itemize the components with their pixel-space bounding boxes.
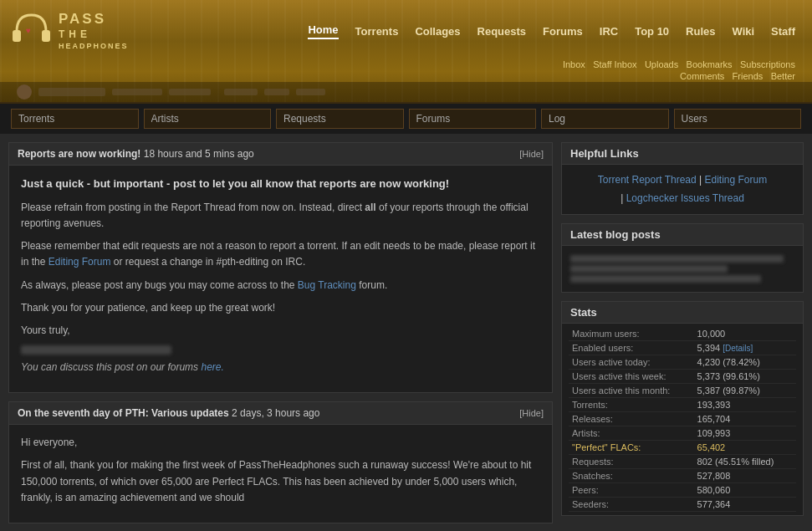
news-title-2: On the seventh day of PTH: Various updat… bbox=[18, 407, 229, 419]
blog-title: Latest blog posts bbox=[562, 224, 803, 246]
stat-active-week: Users active this week: 5,373 (99.61%) bbox=[569, 370, 796, 384]
search-log bbox=[541, 109, 669, 129]
author-blurred bbox=[21, 345, 540, 355]
nav-collages[interactable]: Collages bbox=[415, 25, 460, 38]
helpful-links-box: Helpful Links Torrent Report Thread | Ed… bbox=[561, 142, 804, 215]
search-artists-input[interactable] bbox=[144, 109, 272, 129]
stat-active-today: Users active today: 4,230 (78.42%) bbox=[569, 355, 796, 370]
stats-body: Maximum users: 10,000 Enabled users: 5,3… bbox=[562, 324, 803, 515]
forum-discuss: You can discuss this post on our forums … bbox=[21, 360, 540, 375]
user-link-subscriptions[interactable]: Subscriptions bbox=[740, 59, 795, 69]
logo-headphones: HEADPHONES bbox=[59, 42, 129, 52]
main-content: Reports are now working! 18 hours and 5 … bbox=[8, 142, 561, 531]
stat-seeders: Seeders: 577,364 bbox=[569, 498, 796, 512]
user-link-friends[interactable]: Friends bbox=[733, 71, 763, 81]
svg-rect-0 bbox=[13, 30, 21, 42]
stat-torrents-value: 193,393 bbox=[694, 398, 796, 412]
nav-rules[interactable]: Rules bbox=[686, 25, 715, 38]
search-torrents bbox=[11, 109, 139, 129]
editing-forum-link[interactable]: Editing Forum bbox=[49, 256, 111, 268]
stat-artists-label: Artists: bbox=[569, 426, 694, 441]
svg-text:♥: ♥ bbox=[26, 26, 31, 35]
nav-forums[interactable]: Forums bbox=[543, 25, 583, 38]
news-post-1: Reports are now working! 18 hours and 5 … bbox=[8, 142, 553, 393]
logo-text-block: PASS THE HEADPHONES bbox=[59, 10, 129, 51]
header: ♥ PASS THE HEADPHONES Home Torrents Coll… bbox=[0, 0, 812, 102]
logo-pass: PASS bbox=[59, 10, 129, 28]
news-para-1-1: Please refrain from posting in the Repor… bbox=[21, 200, 540, 232]
news-para-1-4: Thank you for your patience, and keep up… bbox=[21, 300, 540, 316]
logchecker-link[interactable]: Logchecker Issues Thread bbox=[626, 192, 744, 204]
blog-line-1 bbox=[570, 255, 784, 263]
stat-torrents: Torrents: 193,393 bbox=[569, 398, 796, 412]
blog-posts-box: Latest blog posts bbox=[561, 223, 804, 293]
torrent-report-thread-link[interactable]: Torrent Report Thread bbox=[598, 174, 697, 186]
stat-torrents-label: Torrents: bbox=[569, 398, 694, 412]
header-top: ♥ PASS THE HEADPHONES Home Torrents Coll… bbox=[0, 0, 812, 55]
stat-peers: Peers: 580,060 bbox=[569, 483, 796, 498]
editing-forum-sidebar-link[interactable]: Editing Forum bbox=[704, 174, 767, 186]
news-title-1: Reports are now working! bbox=[18, 148, 140, 160]
stat-artists-value: 109,993 bbox=[694, 426, 796, 441]
stat-enabled-users-value: 5,394 [Details] bbox=[694, 341, 796, 355]
stat-enabled-users-label: Enabled users: bbox=[569, 341, 694, 355]
user-link-uploads[interactable]: Uploads bbox=[645, 59, 678, 69]
user-bar bbox=[0, 82, 812, 102]
stat-peers-value: 580,060 bbox=[694, 483, 796, 498]
stat-releases-value: 165,704 bbox=[694, 412, 796, 426]
user-bar-extra1 bbox=[224, 89, 258, 95]
stat-requests-value: 802 (45.51% filled) bbox=[694, 455, 796, 469]
search-requests bbox=[276, 109, 404, 129]
search-log-input[interactable] bbox=[541, 109, 669, 129]
news-header-text-2: On the seventh day of PTH: Various updat… bbox=[18, 407, 319, 419]
user-link-comments[interactable]: Comments bbox=[680, 71, 724, 81]
bug-tracking-link[interactable]: Bug Tracking bbox=[298, 279, 356, 291]
search-torrents-input[interactable] bbox=[11, 109, 139, 129]
stat-active-month-label: Users active this month: bbox=[569, 384, 694, 398]
search-requests-input[interactable] bbox=[276, 109, 404, 129]
news-para-1-5: Yours truly, bbox=[21, 323, 540, 339]
forum-here-link[interactable]: here. bbox=[201, 361, 223, 373]
logo: ♥ PASS THE HEADPHONES bbox=[8, 7, 129, 55]
stat-max-users-value: 10,000 bbox=[694, 327, 796, 341]
news-hide-1[interactable]: [Hide] bbox=[519, 149, 544, 159]
news-hide-2[interactable]: [Hide] bbox=[519, 408, 544, 418]
news-body-2: Hi everyone, First of all, thank you for… bbox=[9, 425, 552, 523]
helpful-links-body: Torrent Report Thread | Editing Forum | … bbox=[562, 165, 803, 214]
nav-irc[interactable]: IRC bbox=[600, 25, 618, 38]
search-forums bbox=[409, 109, 537, 129]
nav-wiki[interactable]: Wiki bbox=[733, 25, 755, 38]
user-link-bookmarks[interactable]: Bookmarks bbox=[687, 59, 733, 69]
nav-torrents[interactable]: Torrents bbox=[355, 25, 399, 38]
search-artists bbox=[144, 109, 272, 129]
nav-top10[interactable]: Top 10 bbox=[635, 25, 669, 38]
stat-active-today-label: Users active today: bbox=[569, 355, 694, 370]
news-timestamp-1: 18 hours and 5 mins ago bbox=[144, 148, 254, 160]
nav-staff[interactable]: Staff bbox=[771, 25, 795, 38]
helpful-links-title: Helpful Links bbox=[562, 143, 803, 165]
news-body-start-2: Hi everyone, bbox=[21, 435, 540, 451]
blog-line-2 bbox=[570, 265, 728, 273]
nav-requests[interactable]: Requests bbox=[477, 25, 527, 38]
user-bar-extra2 bbox=[264, 89, 289, 95]
nav-home[interactable]: Home bbox=[308, 23, 338, 39]
stat-snatches: Snatches: 527,808 bbox=[569, 469, 796, 483]
details-link[interactable]: [Details] bbox=[723, 344, 753, 353]
search-forums-input[interactable] bbox=[409, 109, 537, 129]
stat-active-today-value: 4,230 (78.42%) bbox=[694, 355, 796, 370]
stat-active-month-value: 5,387 (99.87%) bbox=[694, 384, 796, 398]
stat-seeders-label: Seeders: bbox=[569, 498, 694, 512]
news-para-1-2: Please remember that edit requests are n… bbox=[21, 238, 540, 270]
stat-peers-label: Peers: bbox=[569, 483, 694, 498]
user-link-staff-inbox[interactable]: Staff Inbox bbox=[593, 59, 636, 69]
user-link-better[interactable]: Better bbox=[771, 71, 795, 81]
stat-snatches-label: Snatches: bbox=[569, 469, 694, 483]
news-header-1: Reports are now working! 18 hours and 5 … bbox=[9, 143, 552, 166]
search-users-input[interactable] bbox=[674, 109, 802, 129]
stat-active-week-value: 5,373 (99.61%) bbox=[694, 370, 796, 384]
content: Reports are now working! 18 hours and 5 … bbox=[0, 134, 812, 531]
news-para-1-3: As always, please post any bugs you may … bbox=[21, 278, 540, 294]
user-link-inbox[interactable]: Inbox bbox=[563, 59, 585, 69]
stat-releases: Releases: 165,704 bbox=[569, 412, 796, 426]
user-bar-name bbox=[38, 88, 105, 96]
